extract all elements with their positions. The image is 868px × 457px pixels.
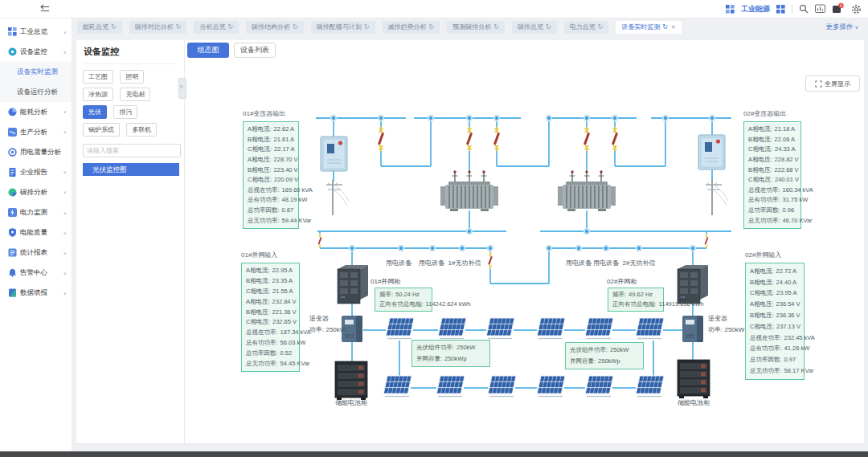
bell-icon	[8, 268, 17, 277]
tab-refresh-icon[interactable]: ↻	[364, 23, 370, 31]
tab-refresh-icon[interactable]: ↻	[546, 23, 551, 31]
sidebar-item-device-analysis[interactable]: 设备运行分析	[0, 82, 72, 102]
reactive-comp1-label: 1#无功补偿	[444, 259, 485, 267]
tab-carbon-forecast[interactable]: 预测碳排分析↻	[447, 21, 505, 34]
tab-refresh-icon[interactable]: ↻	[429, 23, 435, 31]
tab-reduction-trend[interactable]: 减排趋势分析↻	[383, 21, 440, 34]
tab-refresh-icon[interactable]: ↻	[598, 23, 604, 31]
pv-info-box1: 光伏组件功率:250kW 并网容量:250kWp	[411, 340, 490, 367]
data-row: C相电流:22.17 A	[244, 145, 298, 153]
device-list-button[interactable]: 设备列表	[234, 43, 276, 58]
tab-refresh-icon[interactable]: ↻	[176, 23, 182, 31]
device-panel-title: 设备监控	[84, 46, 178, 64]
sidebar-item-power-monitoring[interactable]: 电力监测 ∨	[0, 202, 72, 222]
data-row: C相电流:24.33 A	[744, 145, 800, 153]
data-row: B相电压:222.68 V	[744, 166, 800, 174]
top-header-bar: 工业能源 0	[0, 0, 868, 18]
diagram-view-button[interactable]: 组态图	[187, 43, 229, 58]
sidebar-item-industry-overview[interactable]: 工业总览 ∨	[0, 22, 72, 42]
fullscreen-button[interactable]: 全屏显示	[805, 75, 860, 92]
tab-refresh-icon[interactable]: ↻	[111, 23, 117, 31]
search-icon[interactable]	[799, 4, 809, 14]
sidebar-item-statistic-report[interactable]: 统计报表 ∨	[0, 243, 72, 263]
grid1-input-panel: 01#并网输入 A相电流:22.95 A B相电流:23.35 A C相电流:2…	[241, 251, 300, 372]
open-tabs-bar: 能耗总览↻ 碳排对比分析↻ 分析总览↻ 碳排结构分析↻ 碳排配额与计划↻ 减排趋…	[72, 18, 868, 36]
search-input[interactable]	[83, 144, 181, 157]
table-report-icon	[8, 248, 17, 257]
sidebar-item-production-analysis[interactable]: 生产分析 ∨	[0, 122, 72, 142]
tab-refresh-icon[interactable]: ↻	[227, 23, 233, 31]
sidebar-item-power-demand-analysis[interactable]: 用电需量分析	[0, 142, 72, 162]
data-row: 总有功功率:56.03 kW	[242, 339, 299, 347]
inverter1-power: 功率: 250kW	[309, 325, 346, 334]
bolt-icon	[8, 208, 17, 217]
data-row: C相电压:240.01 V	[744, 176, 800, 184]
data-row: 总功率因数:0.97	[746, 356, 804, 364]
tab-refresh-icon[interactable]: ↻	[662, 23, 668, 31]
app-name: 工业能源	[741, 4, 770, 14]
tab-refresh-icon[interactable]: ↻	[293, 23, 298, 31]
data-row: B相电压:221.36 V	[242, 308, 299, 316]
tab-carbon-structure[interactable]: 碳排结构分析↻	[246, 21, 304, 34]
tab-energy-overview[interactable]: 能耗总览↻	[77, 21, 122, 34]
load-label: 用电设备	[565, 259, 592, 267]
tab-analysis-overview[interactable]: 分析总览↻	[194, 21, 239, 34]
device-type-chips: 工艺图 照明 冷热源 充电桩 光伏 排污 锅炉系统 多联机	[81, 67, 181, 138]
transformer1-output-panel: 01#变压器输出 A相电流:22.62 A B相电流:21.61 A C相电流:…	[243, 109, 299, 229]
apps-grid-icon[interactable]	[776, 5, 785, 14]
fullscreen-icon	[815, 80, 822, 88]
panel-title: 02#并网输入	[745, 251, 805, 259]
tab-carbon-overview[interactable]: 碳排总览↻	[512, 21, 557, 34]
tab-refresh-icon[interactable]: ↻	[493, 23, 499, 31]
sidebar-item-energy-analysis[interactable]: 能耗分析 ∨	[0, 102, 72, 122]
more-actions-dropdown[interactable]: 更多操作∨	[826, 22, 858, 32]
panel-collapse-handle[interactable]	[178, 78, 186, 99]
sidebar-item-device-monitoring[interactable]: 设备监控 ∧	[0, 42, 72, 62]
panel-box: A相电流:22.72 A B相电流:24.40 A C相电流:23.95 A A…	[745, 263, 805, 380]
tab-carbon-compare[interactable]: 碳排对比分析↻	[129, 21, 187, 34]
data-row: C相电压:237.13 V	[746, 323, 804, 331]
data-row: B相电流:24.40 A	[746, 279, 804, 287]
tab-device-realtime[interactable]: 设备实时监测↻✕	[616, 21, 682, 34]
notification-icon[interactable]: 0	[832, 3, 845, 14]
grid2-input-panel: 02#并网输入 A相电流:22.72 A B相电流:24.40 A C相电流:2…	[745, 251, 805, 380]
tab-close-icon[interactable]: ✕	[671, 24, 676, 31]
document-icon	[8, 168, 17, 177]
chip-process-diagram[interactable]: 工艺图	[83, 70, 113, 84]
data-row: A相电压:236.54 V	[746, 300, 804, 308]
data-row: 总无功功率:59.44 KVar	[244, 217, 298, 225]
data-row: 总功率因数:0.52	[242, 349, 299, 357]
pv-monitor-view-item[interactable]: 光伏监控图	[83, 163, 179, 176]
sidebar-item-data-filling[interactable]: 数据填报 ∨	[0, 283, 72, 303]
chip-multi-unit[interactable]: 多联机	[126, 123, 157, 137]
collapse-sidebar-icon[interactable]	[39, 4, 50, 14]
cabinet2-label: 02#并网柜	[607, 277, 637, 286]
wave-icon	[8, 128, 17, 137]
data-row: A相电压:228.70 V	[244, 156, 298, 164]
data-row: A相电流:22.62 A	[244, 125, 298, 133]
data-row: 总视在功率:187.34 kVA	[242, 328, 299, 337]
tab-carbon-quota[interactable]: 碳排配额与计划↻	[311, 21, 375, 34]
chip-charging-pile[interactable]: 充电桩	[120, 88, 150, 101]
tab-power-overview[interactable]: 电力总览↻	[564, 21, 609, 34]
gear-icon[interactable]	[851, 4, 862, 14]
chip-boiler-system[interactable]: 锅炉系统	[83, 123, 120, 137]
data-row: C相电压:232.65 V	[242, 318, 299, 326]
sidebar-item-power-quality[interactable]: 电能质量 ∨	[0, 222, 72, 243]
chip-sewage[interactable]: 排污	[113, 105, 137, 119]
sidebar-item-carbon-analysis[interactable]: 碳排分析 ∨	[0, 182, 72, 202]
sidebar-item-enterprise-report[interactable]: 企业报告 ∨	[0, 162, 72, 182]
sidebar-item-alarm-center[interactable]: 告警中心 ∨	[0, 263, 72, 283]
sidebar-item-device-realtime[interactable]: 设备实时监测	[0, 62, 72, 82]
panel-title: 01#并网输入	[241, 251, 300, 259]
chip-cooling-heating[interactable]: 冷热源	[83, 88, 113, 101]
panel-box: A相电流:21.18 A B相电流:22.06 A C相电流:24.33 A A…	[743, 121, 801, 229]
chip-photovoltaic[interactable]: 光伏	[83, 105, 107, 119]
inverter2-power: 功率: 250kW	[708, 325, 744, 334]
report-chart-icon[interactable]	[815, 4, 825, 14]
data-row: 总无功功率:54.45 KVar	[242, 360, 299, 368]
data-row: 总无功功率:46.70 KVar	[744, 217, 800, 225]
panel-box: A相电流:22.95 A B相电流:23.35 A C相电流:21.55 A A…	[241, 263, 300, 372]
clipboard-icon	[8, 288, 17, 297]
chip-lighting[interactable]: 照明	[120, 70, 144, 84]
